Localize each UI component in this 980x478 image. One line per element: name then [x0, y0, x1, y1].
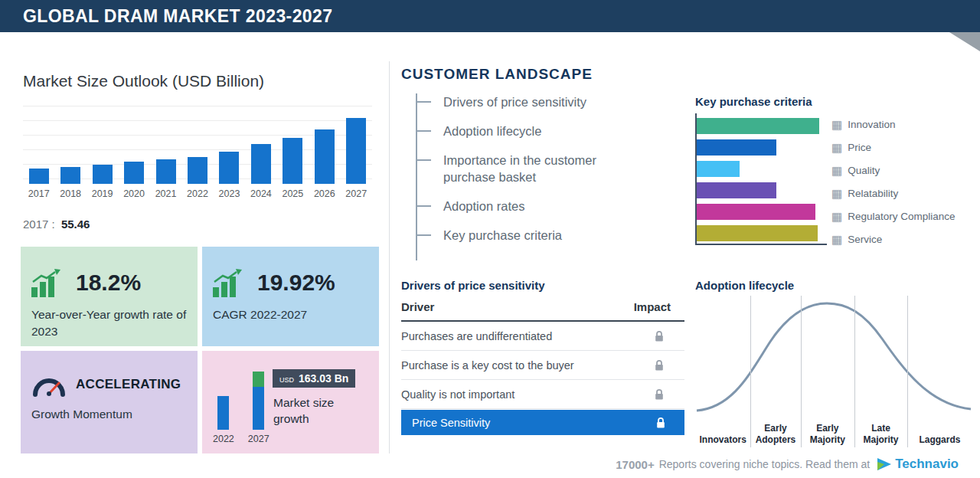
stage-label: Innovators	[695, 434, 750, 446]
size-growth-label: Market size growth	[273, 395, 354, 427]
bar-2021	[156, 159, 176, 184]
price-sensitivity-table: Driver Impact Purchases are undifferenti…	[401, 300, 684, 435]
bar-2019	[93, 165, 113, 184]
bar-year-label: 2024	[250, 188, 272, 199]
market-bar-column: 2025	[277, 106, 309, 199]
momentum-value: ACCELERATING	[76, 377, 181, 392]
key-purchase-criteria-title: Key purchase criteria	[695, 95, 812, 108]
bar-2022	[188, 157, 207, 184]
infographic-page: GLOBAL DRAM MARKET 2023-2027 Market Size…	[0, 0, 980, 478]
market-bar-column: 2017	[23, 106, 54, 199]
customer-landscape-title: CUSTOMER LANDSCAPE	[401, 66, 593, 83]
kpc-bars	[697, 118, 827, 241]
legend-item: ▦Regulatory Compliance	[831, 208, 956, 224]
market-bar-column: 2022	[181, 106, 213, 199]
market-size-bars: 2017201820192020202120222023202420252026…	[23, 106, 372, 199]
brand-name: Technavio	[895, 457, 959, 472]
criteria-bar-quality	[697, 161, 740, 177]
kpc-legend: ▦Innovation ▦Price ▦Quality ▦Relatabilit…	[831, 116, 956, 254]
technavio-logo-icon	[877, 458, 891, 470]
report-count: 17000+	[616, 458, 654, 471]
market-bar-column: 2023	[214, 106, 245, 199]
yoy-label: Year-over-Year growth rate of 2023	[21, 297, 198, 339]
cagr-value: 19.92%	[257, 270, 335, 296]
market-bar-column: 2027	[341, 106, 372, 199]
header: GLOBAL DRAM MARKET 2023-2027	[0, 0, 980, 32]
bar-2017	[29, 169, 49, 184]
table-row: Quality is not important	[401, 380, 684, 409]
bar-2023	[219, 152, 239, 184]
list-item: Key purchase criteria	[417, 227, 638, 244]
page-fold-decoration	[949, 32, 980, 51]
momentum-card: ACCELERATING Growth Momentum	[21, 351, 198, 453]
footer: 17000+ Reports covering niche topics. Re…	[616, 457, 959, 472]
mini-bar-year-label: 2027	[248, 434, 270, 444]
currency-label: USD	[279, 376, 294, 384]
table-header-row: Driver Impact	[401, 300, 684, 322]
footer-text: Reports covering niche topics. Read them…	[659, 458, 870, 470]
stage-label: Late Majority	[854, 423, 907, 446]
mini-bar-year-label: 2022	[213, 434, 234, 444]
bar-year-label: 2017	[28, 188, 50, 199]
legend-swatch-icon: ▦	[831, 188, 842, 199]
bar-year-label: 2025	[282, 188, 303, 199]
impact-column-header: Impact	[634, 300, 671, 313]
usd-value-badge: USD 163.03 Bn	[273, 369, 355, 388]
stage-label: Early Adopters	[750, 423, 800, 446]
market-bar-column: 2019	[87, 106, 118, 199]
driver-column-header: Driver	[401, 300, 434, 313]
customer-landscape-list: Drivers of price sensitivity Adoption li…	[416, 93, 638, 260]
column-divider	[389, 61, 390, 453]
base-year-value: 55.46	[61, 218, 90, 231]
criteria-bar-service	[697, 225, 818, 241]
growth-amount: 163.03 Bn	[299, 372, 348, 385]
market-size-growth-card: 2022 2027 USD 163.03 Bn Market size grow…	[202, 351, 379, 453]
criteria-bar-innovation	[697, 118, 819, 134]
bar-2025	[283, 138, 302, 184]
bar-2027	[346, 118, 366, 184]
stage-label: Laggards	[907, 434, 972, 446]
legend-swatch-icon: ▦	[831, 211, 842, 222]
base-year-label: 2017 :	[23, 218, 55, 231]
cagr-card: 19.92% CAGR 2022-2027	[202, 247, 379, 346]
list-item: Drivers of price sensitivity	[417, 93, 638, 110]
legend-item: ▦Quality	[831, 162, 956, 178]
stage-label: Early Majority	[801, 423, 855, 446]
legend-swatch-icon: ▦	[831, 142, 842, 153]
driver-cell: Price Sensitivity	[412, 417, 490, 429]
bar-2024	[251, 144, 271, 184]
lock-icon	[654, 388, 665, 401]
list-item: Importance in the customer purchase bask…	[417, 152, 638, 185]
criteria-bar-price	[697, 139, 776, 156]
bar-2020	[124, 162, 144, 184]
yoy-growth-card: 18.2% Year-over-Year growth rate of 2023	[21, 247, 198, 346]
legend-label: Regulatory Compliance	[848, 211, 955, 222]
mini-growth-chart: 2022 2027	[213, 372, 270, 444]
market-bar-column: 2021	[150, 106, 181, 199]
legend-swatch-icon: ▦	[831, 119, 842, 130]
table-row: Purchase is a key cost to the buyer	[401, 351, 684, 380]
legend-label: Quality	[848, 165, 880, 176]
bar-growth-icon	[31, 268, 67, 297]
technavio-logo[interactable]: Technavio	[877, 457, 959, 472]
legend-swatch-icon: ▦	[831, 234, 842, 245]
driver-cell: Quality is not important	[401, 388, 514, 401]
market-bar-column: 2026	[309, 106, 340, 199]
price-sensitivity-title: Drivers of price sensitivity	[401, 279, 545, 292]
price-sensitivity-highlight-row: Price Sensitivity	[401, 410, 684, 435]
bar-growth-icon	[213, 268, 248, 297]
bar-year-label: 2027	[345, 188, 367, 199]
legend-label: Service	[848, 234, 882, 245]
lock-icon	[654, 359, 665, 372]
market-bar-column: 2018	[54, 106, 86, 199]
bar-year-label: 2020	[123, 188, 145, 199]
key-purchase-criteria-chart	[695, 113, 827, 245]
stage-labels: Innovators Early Adopters Early Majority…	[695, 423, 972, 446]
market-size-chart: 2017201820192020202120222023202420252026…	[23, 106, 372, 199]
market-bar-column: 2020	[118, 106, 149, 199]
legend-item: ▦Service	[831, 231, 956, 247]
list-item: Adoption lifecycle	[417, 123, 638, 139]
momentum-label: Growth Momentum	[21, 397, 198, 423]
adoption-lifecycle-title: Adoption lifecycle	[695, 279, 794, 292]
legend-item: ▦Relatability	[831, 185, 956, 201]
